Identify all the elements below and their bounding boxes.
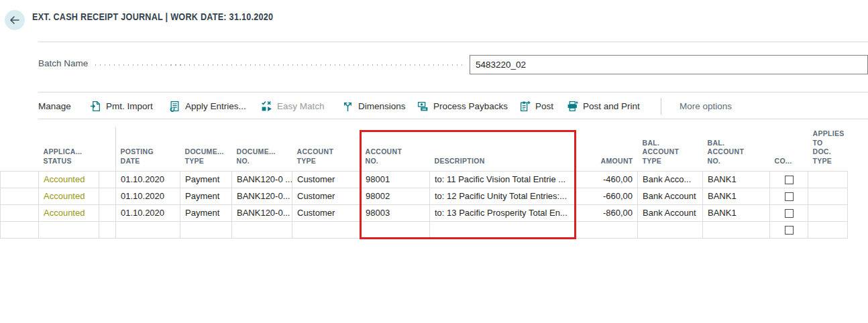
column-header-account-type[interactable]: ACCOUNT TYPE (292, 119, 361, 171)
column-header-document-no[interactable]: DOCUME... NO. (232, 119, 292, 171)
cell-document-type[interactable]: Payment (180, 204, 232, 221)
column-header-bal-account-type[interactable]: BAL. ACCOUNT TYPE (638, 119, 703, 171)
more-options-button[interactable]: More options (680, 92, 732, 119)
cell-account-no[interactable]: 98003 (361, 204, 430, 221)
cell-posting-date[interactable]: 01.10.2020 (116, 188, 180, 204)
table-row: Accounted 01.10.2020 Payment BANK120-0 .… (1, 171, 848, 188)
table-row: Accounted 01.10.2020 Payment BANK120-0..… (1, 188, 848, 204)
committed-checkbox[interactable] (785, 176, 794, 184)
cell-document-no[interactable]: BANK120-0... (232, 204, 292, 221)
table-row: Accounted 01.10.2020 Payment BANK120-0..… (1, 204, 848, 221)
cell-document-no[interactable] (232, 221, 292, 238)
pmt-import-label: Pmt. Import (106, 101, 153, 111)
column-header-bal-account-no[interactable]: BAL. ACCOUNT NO. (703, 119, 770, 171)
gutter-header (1, 119, 39, 171)
column-header-amount[interactable]: AMOUNT (575, 119, 638, 171)
cell-account-type[interactable]: Customer (292, 188, 361, 204)
cell-account-no[interactable] (361, 221, 430, 238)
cell-description[interactable]: to: 13 Pacific Prosperity Total En... (430, 204, 575, 221)
cell-application-status[interactable]: Accounted (39, 204, 99, 221)
cell-amount[interactable] (575, 221, 638, 238)
process-paybacks-label: Process Paybacks (433, 101, 508, 111)
cell-application-status[interactable]: Accounted (39, 171, 99, 188)
action-toolbar: Manage Pmt. Import Apply Entries... Easy… (0, 92, 868, 119)
cell-applies-to-doc-type[interactable] (808, 204, 848, 221)
pmt-import-icon (90, 101, 101, 112)
post-and-print-button[interactable]: Post and Print (567, 92, 640, 119)
cell-bal-account-no[interactable] (703, 221, 770, 238)
cell-account-no[interactable]: 98001 (361, 171, 430, 188)
cell-spacer (99, 188, 116, 204)
cell-document-no[interactable]: BANK120-0 ... (232, 171, 292, 188)
cell-amount[interactable]: -860,00 (575, 204, 638, 221)
cell-account-type[interactable]: Customer (292, 204, 361, 221)
cell-document-type[interactable]: Payment (180, 171, 232, 188)
easy-match-icon (261, 101, 272, 112)
dimensions-button[interactable]: Dimensions (342, 92, 406, 119)
column-header-application-status[interactable]: APPLICA... STATUS (39, 119, 99, 171)
cell-bal-account-type[interactable]: Bank Acco... (638, 171, 703, 188)
cell-application-status[interactable]: Accounted (39, 188, 99, 204)
cell-description[interactable]: to: 12 Pacific Unity Total Entries:... (430, 188, 575, 204)
cell-bal-account-no[interactable]: BANK1 (703, 204, 770, 221)
cell-account-type[interactable] (292, 221, 361, 238)
cell-bal-account-no[interactable]: BANK1 (703, 171, 770, 188)
column-header-posting-date[interactable]: POSTING DATE (116, 119, 180, 171)
apply-entries-button[interactable]: Apply Entries... (169, 92, 246, 119)
cell-applies-to-doc-type[interactable] (808, 221, 848, 238)
batch-name-label: Batch Name (38, 58, 88, 68)
committed-checkbox[interactable] (785, 192, 794, 201)
batch-name-input[interactable] (470, 55, 868, 74)
dotted-leader (95, 64, 463, 66)
manage-button[interactable]: Manage (38, 92, 71, 119)
cell-bal-account-type[interactable] (638, 221, 703, 238)
cell-account-no[interactable]: 98002 (361, 188, 430, 204)
back-button[interactable] (5, 10, 25, 30)
header-row: APPLICA... STATUS POSTING DATE DOCUME...… (1, 119, 848, 171)
column-header-account-no[interactable]: ACCOUNT NO. (361, 119, 430, 171)
column-header-committed[interactable]: CO... (770, 119, 808, 171)
cell-posting-date[interactable]: 01.10.2020 (116, 204, 180, 221)
cell-committed (770, 188, 808, 204)
cell-applies-to-doc-type[interactable] (808, 188, 848, 204)
table-row (1, 221, 848, 238)
cell-bal-account-type[interactable]: Bank Account (638, 204, 703, 221)
cell-applies-to-doc-type[interactable] (808, 171, 848, 188)
cell-bal-account-type[interactable]: Bank Account (638, 188, 703, 204)
easy-match-button[interactable]: Easy Match (261, 92, 325, 119)
pmt-import-button[interactable]: Pmt. Import (90, 92, 153, 119)
post-icon (519, 101, 531, 112)
cell-document-type[interactable] (180, 221, 232, 238)
cell-gutter[interactable] (1, 204, 39, 221)
committed-checkbox[interactable] (785, 226, 794, 235)
cell-description[interactable]: to: 11 Pacific Vision Total Entrie ... (430, 171, 575, 188)
journal-lines-table: APPLICA... STATUS POSTING DATE DOCUME...… (0, 119, 848, 239)
post-and-print-label: Post and Print (583, 101, 640, 111)
cell-account-type[interactable]: Customer (292, 171, 361, 188)
column-header-applies-to-doc-type[interactable]: APPLIES TO DOC. TYPE (808, 119, 848, 171)
more-options-label: More options (680, 101, 732, 111)
cell-amount[interactable]: -460,00 (575, 171, 638, 188)
cell-document-no[interactable]: BANK120-0... (232, 188, 292, 204)
cash-receipt-journal-page: EXT. CASH RECEIPT JOURNAL | WORK DATE: 3… (0, 0, 868, 323)
cell-committed (770, 221, 808, 238)
cell-application-status[interactable] (39, 221, 99, 238)
process-paybacks-button[interactable]: Process Paybacks (417, 92, 508, 119)
cell-bal-account-no[interactable]: BANK1 (703, 188, 770, 204)
cell-gutter[interactable] (1, 188, 39, 204)
post-label: Post (535, 101, 553, 111)
cell-gutter[interactable] (1, 221, 39, 238)
easy-match-label: Easy Match (277, 101, 325, 111)
cell-posting-date[interactable]: 01.10.2020 (116, 171, 180, 188)
post-button[interactable]: Post (519, 92, 553, 119)
cell-spacer (99, 171, 116, 188)
column-header-document-type[interactable]: DOCUME... TYPE (180, 119, 232, 171)
cell-posting-date[interactable] (116, 221, 180, 238)
committed-checkbox[interactable] (785, 209, 794, 218)
cell-amount[interactable]: -660,00 (575, 188, 638, 204)
cell-description[interactable] (430, 221, 575, 238)
cell-document-type[interactable]: Payment (180, 188, 232, 204)
cell-gutter[interactable] (1, 171, 39, 188)
cell-spacer (99, 221, 116, 238)
column-header-description[interactable]: DESCRIPTION (430, 119, 575, 171)
